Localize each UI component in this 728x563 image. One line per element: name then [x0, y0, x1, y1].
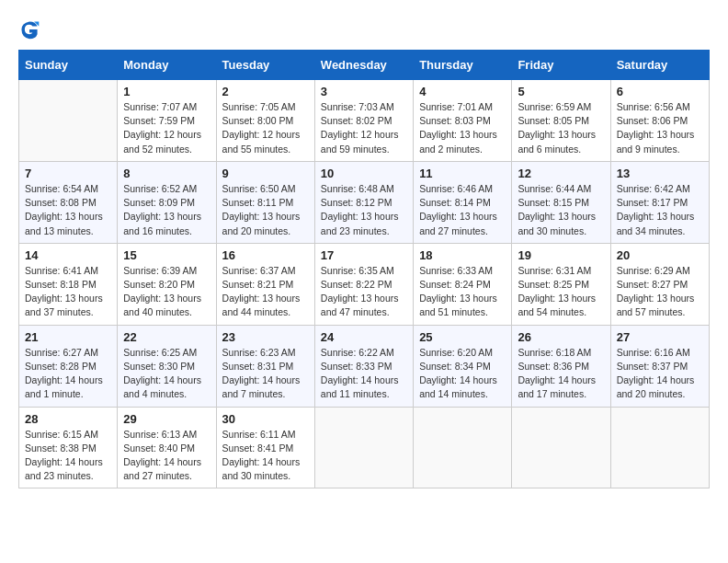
day-info: Sunrise: 6:27 AM Sunset: 8:28 PM Dayligh…	[25, 346, 111, 402]
day-number: 9	[222, 167, 309, 180]
calendar-cell	[610, 407, 709, 488]
day-info: Sunrise: 6:46 AM Sunset: 8:14 PM Dayligh…	[419, 182, 506, 238]
day-number: 15	[123, 248, 210, 262]
calendar-cell: 10Sunrise: 6:48 AM Sunset: 8:12 PM Dayli…	[314, 161, 413, 243]
calendar-cell: 8Sunrise: 6:52 AM Sunset: 8:09 PM Daylig…	[118, 161, 216, 243]
day-number: 20	[617, 248, 703, 262]
day-info: Sunrise: 6:16 AM Sunset: 8:37 PM Dayligh…	[617, 346, 703, 402]
calendar-week-row: 7Sunrise: 6:54 AM Sunset: 8:08 PM Daylig…	[19, 161, 710, 243]
day-info: Sunrise: 7:07 AM Sunset: 7:59 PM Dayligh…	[123, 100, 210, 156]
calendar-cell: 24Sunrise: 6:22 AM Sunset: 8:33 PM Dayli…	[314, 325, 413, 407]
calendar-cell: 7Sunrise: 6:54 AM Sunset: 8:08 PM Daylig…	[19, 161, 118, 243]
page-header	[18, 18, 710, 40]
day-number: 2	[222, 85, 309, 98]
logo	[18, 18, 44, 40]
calendar-cell: 12Sunrise: 6:44 AM Sunset: 8:15 PM Dayli…	[512, 161, 610, 243]
calendar-cell: 14Sunrise: 6:41 AM Sunset: 8:18 PM Dayli…	[19, 243, 118, 325]
day-number: 21	[25, 330, 111, 344]
weekday-header-tuesday: Tuesday	[216, 51, 314, 80]
day-number: 3	[321, 85, 407, 98]
day-number: 13	[617, 167, 703, 180]
day-info: Sunrise: 6:54 AM Sunset: 8:08 PM Dayligh…	[25, 182, 111, 238]
calendar-cell: 17Sunrise: 6:35 AM Sunset: 8:22 PM Dayli…	[314, 243, 413, 325]
day-number: 30	[222, 412, 309, 426]
calendar-cell: 5Sunrise: 6:59 AM Sunset: 8:05 PM Daylig…	[512, 80, 610, 162]
day-number: 28	[25, 412, 111, 426]
calendar-cell: 15Sunrise: 6:39 AM Sunset: 8:20 PM Dayli…	[118, 243, 216, 325]
day-number: 29	[123, 412, 210, 426]
calendar-cell	[414, 407, 512, 488]
calendar-cell	[314, 407, 413, 488]
day-info: Sunrise: 6:18 AM Sunset: 8:36 PM Dayligh…	[518, 346, 604, 402]
day-info: Sunrise: 6:42 AM Sunset: 8:17 PM Dayligh…	[617, 182, 703, 238]
day-number: 22	[123, 330, 210, 344]
day-info: Sunrise: 7:03 AM Sunset: 8:02 PM Dayligh…	[321, 100, 407, 156]
calendar-cell: 25Sunrise: 6:20 AM Sunset: 8:34 PM Dayli…	[414, 325, 512, 407]
calendar-cell: 13Sunrise: 6:42 AM Sunset: 8:17 PM Dayli…	[610, 161, 709, 243]
calendar-cell: 1Sunrise: 7:07 AM Sunset: 7:59 PM Daylig…	[118, 80, 216, 162]
day-number: 1	[123, 85, 210, 98]
calendar-cell: 23Sunrise: 6:23 AM Sunset: 8:31 PM Dayli…	[216, 325, 314, 407]
day-info: Sunrise: 6:41 AM Sunset: 8:18 PM Dayligh…	[25, 264, 111, 320]
day-number: 7	[25, 167, 111, 180]
day-number: 25	[419, 330, 506, 344]
day-info: Sunrise: 6:22 AM Sunset: 8:33 PM Dayligh…	[321, 346, 407, 402]
calendar-cell: 27Sunrise: 6:16 AM Sunset: 8:37 PM Dayli…	[610, 325, 709, 407]
calendar-cell: 22Sunrise: 6:25 AM Sunset: 8:30 PM Dayli…	[118, 325, 216, 407]
day-info: Sunrise: 6:52 AM Sunset: 8:09 PM Dayligh…	[123, 182, 210, 238]
calendar-cell: 21Sunrise: 6:27 AM Sunset: 8:28 PM Dayli…	[19, 325, 118, 407]
calendar-cell: 26Sunrise: 6:18 AM Sunset: 8:36 PM Dayli…	[512, 325, 610, 407]
calendar-cell: 29Sunrise: 6:13 AM Sunset: 8:40 PM Dayli…	[118, 407, 216, 488]
calendar-week-row: 28Sunrise: 6:15 AM Sunset: 8:38 PM Dayli…	[19, 407, 710, 488]
day-info: Sunrise: 6:48 AM Sunset: 8:12 PM Dayligh…	[321, 182, 407, 238]
day-info: Sunrise: 6:15 AM Sunset: 8:38 PM Dayligh…	[25, 428, 111, 484]
calendar-cell: 4Sunrise: 7:01 AM Sunset: 8:03 PM Daylig…	[414, 80, 512, 162]
day-info: Sunrise: 7:05 AM Sunset: 8:00 PM Dayligh…	[222, 100, 309, 156]
day-number: 16	[222, 248, 309, 262]
calendar-cell: 16Sunrise: 6:37 AM Sunset: 8:21 PM Dayli…	[216, 243, 314, 325]
day-number: 10	[321, 167, 407, 180]
calendar-cell: 11Sunrise: 6:46 AM Sunset: 8:14 PM Dayli…	[414, 161, 512, 243]
weekday-header-saturday: Saturday	[610, 51, 709, 80]
day-info: Sunrise: 6:39 AM Sunset: 8:20 PM Dayligh…	[123, 264, 210, 320]
day-info: Sunrise: 6:23 AM Sunset: 8:31 PM Dayligh…	[222, 346, 309, 402]
calendar-cell	[512, 407, 610, 488]
calendar-cell: 19Sunrise: 6:31 AM Sunset: 8:25 PM Dayli…	[512, 243, 610, 325]
calendar-cell: 30Sunrise: 6:11 AM Sunset: 8:41 PM Dayli…	[216, 407, 314, 488]
day-number: 24	[321, 330, 407, 344]
day-number: 17	[321, 248, 407, 262]
calendar-table: SundayMondayTuesdayWednesdayThursdayFrid…	[18, 50, 710, 488]
day-info: Sunrise: 6:59 AM Sunset: 8:05 PM Dayligh…	[518, 100, 604, 156]
day-number: 18	[419, 248, 506, 262]
weekday-header-sunday: Sunday	[19, 51, 118, 80]
calendar-week-row: 14Sunrise: 6:41 AM Sunset: 8:18 PM Dayli…	[19, 243, 710, 325]
day-number: 5	[518, 85, 604, 98]
calendar-header: SundayMondayTuesdayWednesdayThursdayFrid…	[19, 51, 710, 80]
day-info: Sunrise: 6:20 AM Sunset: 8:34 PM Dayligh…	[419, 346, 506, 402]
weekday-header-monday: Monday	[118, 51, 216, 80]
day-info: Sunrise: 6:33 AM Sunset: 8:24 PM Dayligh…	[419, 264, 506, 320]
day-number: 12	[518, 167, 604, 180]
day-info: Sunrise: 6:37 AM Sunset: 8:21 PM Dayligh…	[222, 264, 309, 320]
calendar-week-row: 1Sunrise: 7:07 AM Sunset: 7:59 PM Daylig…	[19, 80, 710, 162]
weekday-header-thursday: Thursday	[414, 51, 512, 80]
day-info: Sunrise: 6:56 AM Sunset: 8:06 PM Dayligh…	[617, 100, 703, 156]
weekday-header-friday: Friday	[512, 51, 610, 80]
calendar-body: 1Sunrise: 7:07 AM Sunset: 7:59 PM Daylig…	[19, 80, 710, 488]
calendar-cell: 9Sunrise: 6:50 AM Sunset: 8:11 PM Daylig…	[216, 161, 314, 243]
day-info: Sunrise: 6:44 AM Sunset: 8:15 PM Dayligh…	[518, 182, 604, 238]
day-number: 19	[518, 248, 604, 262]
day-info: Sunrise: 6:13 AM Sunset: 8:40 PM Dayligh…	[123, 428, 210, 484]
calendar-cell	[19, 80, 118, 162]
day-info: Sunrise: 6:50 AM Sunset: 8:11 PM Dayligh…	[222, 182, 309, 238]
day-number: 8	[123, 167, 210, 180]
day-info: Sunrise: 6:31 AM Sunset: 8:25 PM Dayligh…	[518, 264, 604, 320]
day-info: Sunrise: 6:25 AM Sunset: 8:30 PM Dayligh…	[123, 346, 210, 402]
calendar-cell: 20Sunrise: 6:29 AM Sunset: 8:27 PM Dayli…	[610, 243, 709, 325]
weekday-header-wednesday: Wednesday	[314, 51, 413, 80]
calendar-cell: 2Sunrise: 7:05 AM Sunset: 8:00 PM Daylig…	[216, 80, 314, 162]
day-number: 14	[25, 248, 111, 262]
day-info: Sunrise: 6:29 AM Sunset: 8:27 PM Dayligh…	[617, 264, 703, 320]
day-number: 23	[222, 330, 309, 344]
calendar-week-row: 21Sunrise: 6:27 AM Sunset: 8:28 PM Dayli…	[19, 325, 710, 407]
